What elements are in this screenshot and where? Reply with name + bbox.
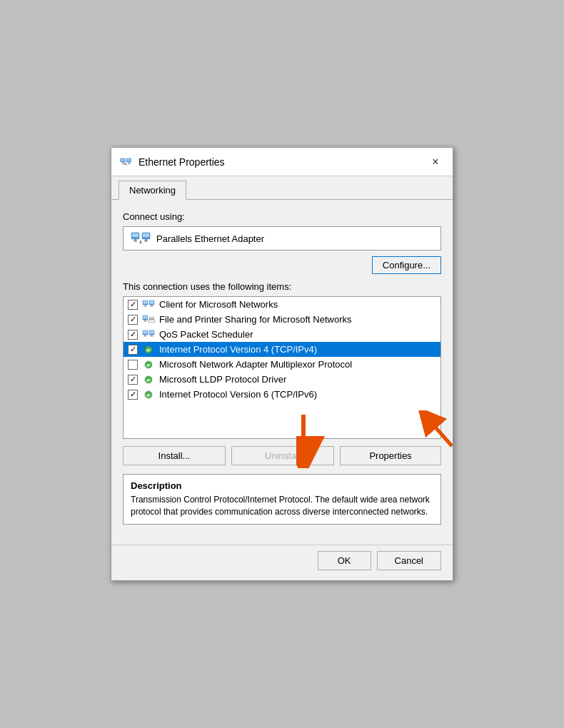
- svg-text:IP: IP: [146, 363, 151, 368]
- item-label-5: Microsoft LLDP Protocol Driver: [159, 374, 286, 385]
- adapter-name: Parallels Ethernet Adapter: [156, 233, 264, 244]
- item-label-2: QoS Packet Scheduler: [159, 329, 253, 340]
- clients-icon: [142, 300, 155, 310]
- svg-rect-22: [145, 305, 146, 306]
- svg-rect-33: [150, 318, 153, 318]
- list-item[interactable]: File and Printer Sharing for Microsoft N…: [124, 312, 440, 327]
- svg-rect-1: [121, 159, 124, 161]
- multiplexor-icon: IP: [142, 360, 155, 370]
- ok-button[interactable]: OK: [318, 551, 371, 570]
- list-item[interactable]: IP Internet Protocol Version 6 (TCP/IPv6…: [124, 387, 440, 402]
- item-checkbox-1[interactable]: [128, 315, 138, 325]
- svg-rect-19: [140, 241, 141, 243]
- svg-rect-29: [143, 315, 148, 318]
- svg-rect-42: [151, 335, 153, 336]
- adapter-icon: [131, 231, 151, 246]
- item-checkbox-0[interactable]: [128, 300, 138, 310]
- svg-text:IP: IP: [146, 393, 151, 398]
- svg-rect-5: [127, 159, 131, 161]
- tab-bar: Networking: [111, 176, 453, 200]
- svg-rect-8: [124, 164, 128, 165]
- dialog-content: Connect using: Parallels Ethernet Adapte…: [111, 200, 453, 545]
- svg-rect-11: [132, 233, 139, 237]
- printer-icon: [142, 315, 155, 325]
- svg-rect-12: [134, 239, 136, 241]
- description-text: Transmission Control Protocol/Internet P…: [131, 494, 433, 518]
- ethernet-properties-dialog: Ethernet Properties × Networking Connect…: [111, 147, 453, 581]
- dialog-footer: OK Cancel: [111, 545, 453, 580]
- lldp-icon: IP: [142, 375, 155, 385]
- description-box: Description Transmission Control Protoco…: [123, 474, 441, 525]
- item-label-6: Internet Protocol Version 6 (TCP/IPv6): [159, 389, 317, 400]
- svg-rect-27: [151, 305, 153, 306]
- svg-rect-35: [149, 320, 154, 322]
- ipv4-icon: IP: [142, 345, 155, 355]
- list-item[interactable]: QoS Packet Scheduler: [124, 327, 440, 342]
- svg-rect-6: [129, 162, 130, 163]
- svg-rect-3: [122, 163, 124, 163]
- item-checkbox-5[interactable]: [128, 375, 138, 385]
- uninstall-button[interactable]: Uninstall: [231, 446, 334, 465]
- networking-tab[interactable]: Networking: [119, 181, 186, 200]
- items-list[interactable]: Client for Microsoft Networks: [123, 296, 441, 439]
- ethernet-icon: [119, 155, 133, 169]
- svg-rect-15: [143, 233, 149, 237]
- adapter-box: Parallels Ethernet Adapter: [123, 226, 441, 251]
- svg-rect-17: [144, 241, 148, 242]
- item-checkbox-2[interactable]: [128, 330, 138, 340]
- svg-rect-41: [150, 330, 154, 333]
- svg-rect-23: [144, 305, 147, 306]
- item-checkbox-4[interactable]: [128, 360, 138, 370]
- item-label-3: Internet Protocol Version 4 (TCP/IPv4): [159, 344, 317, 355]
- svg-rect-18: [139, 243, 142, 243]
- configure-button[interactable]: Configure...: [372, 256, 441, 274]
- svg-rect-31: [144, 320, 147, 321]
- dialog-title: Ethernet Properties: [139, 156, 225, 168]
- title-bar-left: Ethernet Properties: [119, 155, 225, 169]
- ipv6-icon: IP: [142, 390, 155, 400]
- svg-rect-9: [125, 163, 126, 165]
- svg-rect-37: [143, 330, 148, 333]
- install-button[interactable]: Install...: [123, 446, 226, 465]
- configure-row: Configure...: [123, 256, 441, 274]
- cancel-button[interactable]: Cancel: [377, 551, 441, 570]
- svg-rect-16: [145, 239, 147, 241]
- list-item-selected[interactable]: IP Internet Protocol Version 4 (TCP/IPv4…: [124, 342, 440, 357]
- close-button[interactable]: ×: [425, 152, 445, 172]
- svg-rect-25: [150, 300, 154, 303]
- svg-rect-43: [151, 335, 153, 336]
- svg-rect-13: [134, 241, 137, 242]
- item-checkbox-6[interactable]: [128, 390, 138, 400]
- list-item[interactable]: Client for Microsoft Networks: [124, 297, 440, 312]
- action-buttons-row: Install... Uninstall Properties: [123, 446, 441, 465]
- connect-using-label: Connect using:: [123, 211, 441, 222]
- list-item[interactable]: IP Microsoft Network Adapter Multiplexor…: [124, 357, 440, 372]
- svg-rect-26: [151, 305, 153, 306]
- svg-rect-21: [143, 300, 148, 303]
- qos-icon: [142, 330, 155, 340]
- description-title: Description: [131, 480, 433, 491]
- list-item[interactable]: IP Microsoft LLDP Protocol Driver: [124, 372, 440, 387]
- item-checkbox-3[interactable]: [128, 345, 138, 355]
- item-label-0: Client for Microsoft Networks: [159, 299, 278, 310]
- item-label-4: Microsoft Network Adapter Multiplexor Pr…: [159, 359, 352, 370]
- item-label-1: File and Printer Sharing for Microsoft N…: [159, 314, 351, 325]
- svg-rect-39: [144, 335, 147, 336]
- svg-rect-2: [123, 162, 124, 163]
- svg-text:IP: IP: [146, 348, 151, 353]
- title-bar: Ethernet Properties ×: [111, 148, 453, 176]
- svg-rect-38: [145, 335, 146, 336]
- svg-text:IP: IP: [146, 378, 151, 383]
- items-label: This connection uses the following items…: [123, 281, 441, 292]
- svg-rect-7: [128, 163, 130, 163]
- properties-button[interactable]: Properties: [340, 446, 441, 465]
- svg-rect-30: [145, 320, 146, 321]
